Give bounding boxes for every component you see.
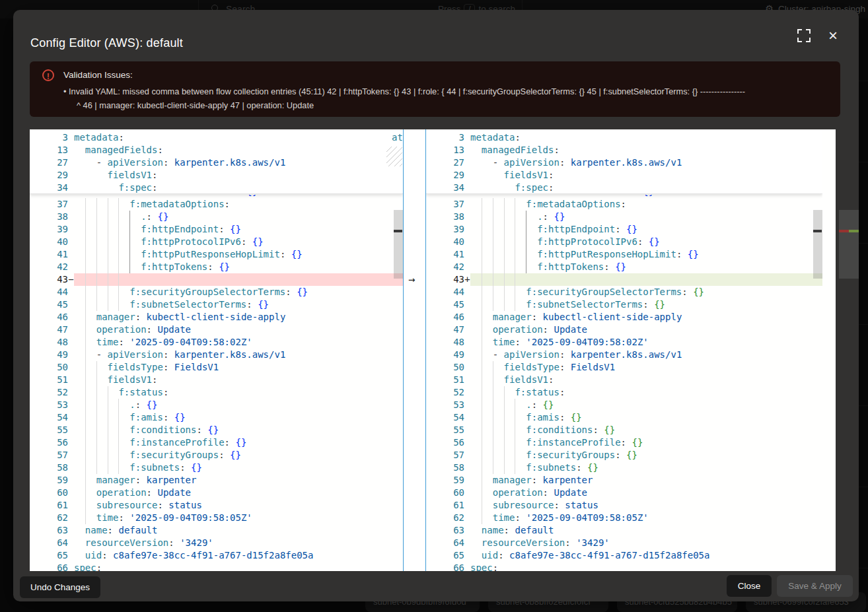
code-line[interactable]: 58 f:subnets: {} [30,461,403,474]
indent-guide [482,273,482,286]
code-line[interactable]: 63 name: default [426,524,822,537]
code-line[interactable]: 34 f:spec: [426,182,822,194]
code-line[interactable]: 48 time: '2025-09-04T09:58:02Z' [30,336,403,349]
save-apply-button[interactable]: Save & Apply [777,575,853,597]
indent-guide [108,399,108,411]
code-line[interactable]: 48 time: '2025-09-04T09:58:02Z' [426,336,822,349]
code-text: manager: karpenter [470,475,593,485]
code-line[interactable]: 3metadata: [30,131,403,144]
code-line[interactable]: 55 f:conditions: {} [30,424,403,436]
code-line[interactable]: 13 managedFields: [30,144,403,156]
code-line[interactable]: 59 manager: karpenter [426,474,822,487]
code-line[interactable]: 61 subresource: status [30,499,403,512]
code-line[interactable]: 43− f:role: {} [30,273,403,286]
code-line[interactable]: 66spec: [426,562,822,571]
code-line[interactable]: 46 manager: kubectl-client-side-apply [426,311,822,323]
code-line[interactable]: 51 fieldsV1: [30,374,403,386]
diff-pane-original[interactable]: 3metadata:13 managedFields:27 - apiVersi… [30,129,403,571]
code-line[interactable]: 58 f:subnets: {} [426,461,822,474]
undo-changes-button[interactable]: Undo Changes [20,576,100,598]
code-line[interactable]: 64 resourceVersion: '3429' [30,537,403,549]
code-line[interactable]: 46 manager: kubectl-client-side-apply [30,311,403,323]
code-line[interactable]: 3metadata: [426,131,822,144]
overview-viewport-slider[interactable] [839,210,859,279]
code-line[interactable]: 65 uid: c8afe97e-38cc-4f91-a767-d15f2a8f… [426,549,822,562]
code-line[interactable]: 49 - apiVersion: karpenter.k8s.aws/v1 [426,349,822,361]
code-line[interactable]: 27 - apiVersion: karpenter.k8s.aws/v1 [426,156,822,169]
indent-guide [108,436,108,449]
close-icon[interactable]: × [823,26,843,46]
code-line[interactable]: 45 f:subnetSelectorTerms: {} [30,298,403,311]
code-line[interactable]: 56 f:instanceProfile: {} [30,436,403,449]
code-line[interactable]: 53 .: {} [426,399,822,411]
code-line[interactable]: 60 operation: Update [30,487,403,499]
code-line[interactable]: 44 f:securityGroupSelectorTerms: {} [426,286,822,298]
code-line[interactable]: 40 f:httpProtocolIPv6: {} [426,236,822,248]
code-line[interactable]: 39 f:httpEndpoint: {} [426,223,822,236]
indent-guide [85,386,86,399]
code-line[interactable]: 39 f:httpEndpoint: {} [30,223,403,236]
code-line[interactable]: 65 uid: c8afe97e-38cc-4f91-a767-d15f2a8f… [30,549,403,562]
code-line[interactable]: 57 f:securityGroups: {} [426,449,822,461]
validation-issues-banner: ! Validation Issues: • Invalid YAML: mis… [30,61,840,117]
indent-guide [108,411,108,424]
code-line[interactable]: 44 f:securityGroupSelectorTerms: {} [30,286,403,298]
code-line[interactable]: 42 f:httpTokens: {} [30,261,403,273]
code-line[interactable]: 38 .: {} [30,211,403,223]
code-line[interactable]: 13 managedFields: [426,144,822,156]
code-line[interactable]: 57 f:securityGroups: {} [30,449,403,461]
code-line[interactable]: 40 f:httpProtocolIPv6: {} [30,236,403,248]
code-line[interactable]: 37 f:metadataOptions: [30,198,403,211]
code-line[interactable]: 47 operation: Update [426,323,822,336]
code-line[interactable]: 55 f:conditions: {} [426,424,822,436]
diff-overview-ruler[interactable] [839,129,859,571]
code-line[interactable]: 43+ f:role: { [426,273,822,286]
code-line[interactable]: 59 manager: karpenter [30,474,403,487]
code-line[interactable]: 49 - apiVersion: karpenter.k8s.aws/v1 [30,349,403,361]
indent-guide [129,236,130,248]
indent-guide [129,261,130,273]
code-line[interactable]: 34 f:spec: [30,182,403,194]
code-line[interactable]: 50 fieldsType: FieldsV1 [30,361,403,374]
close-button[interactable]: Close [727,575,772,597]
code-line[interactable]: 62 time: '2025-09-04T09:58:05Z' [426,512,822,524]
code-line[interactable]: 63 name: default [30,524,403,537]
indent-guide [96,386,97,399]
code-line[interactable]: 66spec: [30,562,403,571]
code-line[interactable]: 50 fieldsType: FieldsV1 [426,361,822,374]
code-line[interactable]: 37 f:metadataOptions: [426,198,822,211]
diff-arrow-icon[interactable]: → [408,273,423,286]
indent-guide [96,411,97,424]
code-line[interactable]: 41 f:httpPutResponseHopLimit: {} [30,248,403,261]
code-line[interactable]: 52 f:status: [30,386,403,399]
code-line[interactable]: 29 fieldsV1: [30,169,403,182]
indent-guide [515,211,515,223]
indent-guide [515,198,515,211]
code-line[interactable]: 61 subresource: status [426,499,822,512]
code-line[interactable]: 60 operation: Update [426,487,822,499]
diff-pane-modified[interactable]: 3metadata:13 managedFields:27 - apiVersi… [426,129,822,571]
code-line[interactable]: 51 fieldsV1: [426,374,822,386]
code-line[interactable]: 38 .: {} [426,211,822,223]
code-line[interactable]: 54 f:amis: {} [426,411,822,424]
vertical-scrollbar[interactable] [813,210,822,279]
code-line[interactable]: 62 time: '2025-09-04T09:58:05Z' [30,512,403,524]
code-line[interactable]: 42 f:httpTokens: {} [426,261,822,273]
code-line[interactable]: 41 f:httpPutResponseHopLimit: {} [426,248,822,261]
line-number: 50 [30,361,68,374]
code-line[interactable]: 47 operation: Update [30,323,403,336]
code-line[interactable]: 56 f:instanceProfile: {} [426,436,822,449]
vertical-scrollbar[interactable] [394,210,403,279]
code-line[interactable]: 64 resourceVersion: '3429' [426,537,822,549]
fullscreen-icon[interactable] [797,28,811,43]
code-text: f:subnetSelectorTerms: {} [470,299,665,310]
code-line[interactable]: 53 .: {} [30,399,403,411]
code-line[interactable]: 27 - apiVersion: karpenter.k8s.aws/v1 [30,156,403,169]
code-line[interactable]: 54 f:amis: {} [30,411,403,424]
code-line[interactable]: 45 f:subnetSelectorTerms: {} [426,298,822,311]
code-line[interactable]: 29 fieldsV1: [426,169,822,182]
indent-guide [129,223,130,236]
code-line[interactable]: 52 f:status: [426,386,822,399]
hidden-region-hatch [386,147,402,166]
code-text: .: {} [470,211,565,222]
